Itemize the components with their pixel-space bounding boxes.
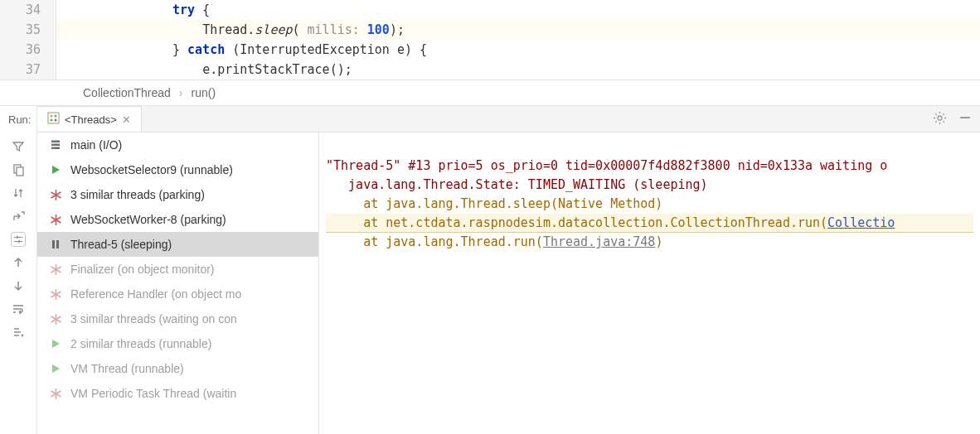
source-link[interactable]: Collectio: [827, 215, 895, 230]
svg-point-19: [54, 268, 56, 270]
thread-item[interactable]: 3 similar threads (parking): [37, 182, 318, 207]
thread-label: VM Periodic Task Thread (waitin: [70, 387, 236, 400]
minimize-icon[interactable]: [958, 111, 972, 127]
thread-label: Thread-5 (sleeping): [70, 238, 172, 251]
svg-point-7: [938, 116, 942, 120]
threads-tab-icon: [47, 112, 60, 127]
thread-item[interactable]: WebSocketWorker-8 (parking): [37, 207, 318, 232]
thread-label: VM Thread (runnable): [70, 362, 184, 375]
svg-point-13: [52, 144, 53, 145]
code-line[interactable]: 35 Thread.sleep( millis: 100);: [0, 20, 980, 40]
thread-list[interactable]: main (I/O)WebsocketSelector9 (runnable)3…: [37, 133, 319, 434]
frozen-icon: [49, 263, 62, 276]
thread-label: main (I/O): [70, 138, 122, 152]
svg-rect-18: [56, 240, 59, 248]
thread-item[interactable]: 2 similar threads (runnable): [37, 331, 318, 356]
svg-point-3: [51, 115, 53, 118]
svg-point-12: [52, 141, 53, 142]
filter-icon[interactable]: [11, 139, 26, 154]
breadcrumb[interactable]: CollectionThread › run(): [0, 80, 980, 106]
frozen-icon: [49, 188, 62, 201]
dump-line: "Thread-5" #13 prio=5 os_prio=0 tid=0x00…: [326, 158, 887, 173]
svg-rect-8: [960, 117, 970, 118]
stacktrace-icon[interactable]: [11, 325, 26, 340]
breadcrumb-class[interactable]: CollectionThread: [83, 86, 171, 99]
svg-rect-2: [48, 113, 59, 123]
running-icon: [49, 337, 62, 350]
thread-item[interactable]: Reference Handler (on object mo: [37, 282, 318, 306]
run-sidebar: Run:: [0, 106, 37, 434]
run-label: Run:: [0, 106, 36, 133]
io-icon: [49, 138, 62, 152]
code-line[interactable]: 36} catch (InterruptedException e) {: [0, 40, 980, 60]
thread-item[interactable]: WebsocketSelector9 (runnable): [37, 157, 318, 182]
code-content: e.printStackTrace();: [56, 60, 352, 80]
thread-label: 3 similar threads (parking): [70, 188, 205, 201]
svg-point-20: [54, 292, 56, 295]
sort-icon[interactable]: [11, 186, 26, 200]
tab-label: <Threads>: [65, 113, 117, 126]
up-arrow-icon[interactable]: [11, 255, 26, 270]
frozen-icon: [49, 312, 62, 326]
thread-label: Reference Handler (on object mo: [70, 287, 241, 301]
thread-label: WebSocketWorker-8 (parking): [70, 213, 226, 226]
svg-point-16: [54, 218, 56, 220]
code-content: try {: [56, 0, 210, 20]
thread-item[interactable]: Thread-5 (sleeping): [37, 232, 318, 257]
frozen-icon: [49, 387, 62, 400]
dump-line: at net.ctdata.raspnodesim.datacollection…: [326, 215, 827, 230]
thread-label: WebsocketSelector9 (runnable): [70, 163, 233, 176]
dump-line: at java.lang.Thread.run(: [326, 234, 543, 249]
gear-icon[interactable]: [933, 111, 947, 128]
thread-item[interactable]: Finalizer (on object monitor): [37, 257, 318, 282]
line-number: 35: [0, 20, 56, 40]
close-icon[interactable]: ✕: [122, 113, 131, 126]
svg-point-22: [54, 392, 56, 394]
thread-item[interactable]: VM Thread (runnable): [37, 356, 318, 381]
sleeping-icon: [49, 238, 62, 251]
run-panel: Run: <Threads> ✕ main (I/O): [0, 106, 980, 434]
line-number: 36: [0, 40, 56, 60]
svg-point-6: [55, 119, 57, 122]
merge-icon[interactable]: [11, 232, 26, 247]
svg-point-14: [52, 147, 53, 148]
run-tabs: <Threads> ✕: [37, 106, 980, 133]
running-icon: [49, 362, 62, 375]
frozen-icon: [49, 287, 62, 301]
line-number: 34: [0, 0, 56, 20]
code-content: Thread.sleep( millis: 100);: [56, 20, 405, 40]
svg-point-21: [54, 317, 56, 320]
export-icon[interactable]: [11, 209, 26, 224]
source-link[interactable]: Thread.java:748: [543, 234, 655, 249]
breadcrumb-separator-icon: ›: [179, 86, 183, 99]
running-icon: [49, 163, 62, 176]
dump-line: at java.lang.Thread.sleep(Native Method): [326, 196, 662, 211]
svg-rect-17: [52, 240, 55, 248]
code-line[interactable]: 37 e.printStackTrace();: [0, 60, 980, 80]
dump-line: java.lang.Thread.State: TIMED_WAITING (s…: [326, 177, 708, 192]
code-editor: 34try {35 Thread.sleep( millis: 100);36}…: [0, 0, 980, 80]
svg-point-5: [51, 119, 53, 122]
thread-item[interactable]: main (I/O): [37, 133, 318, 157]
down-arrow-icon[interactable]: [11, 278, 26, 293]
thread-dump-view[interactable]: "Thread-5" #13 prio=5 os_prio=0 tid=0x00…: [319, 133, 980, 434]
thread-label: 2 similar threads (runnable): [70, 337, 211, 350]
code-content: } catch (InterruptedException e) {: [56, 40, 427, 60]
tab-threads[interactable]: <Threads> ✕: [37, 106, 142, 132]
line-number: 37: [0, 60, 56, 80]
code-line[interactable]: 34try {: [0, 0, 980, 20]
svg-point-15: [54, 193, 56, 195]
svg-point-4: [55, 115, 57, 118]
dump-line: ): [655, 234, 662, 249]
breadcrumb-method[interactable]: run(): [192, 86, 216, 99]
thread-item[interactable]: VM Periodic Task Thread (waitin: [37, 381, 318, 406]
thread-label: 3 similar threads (waiting on con: [70, 312, 237, 326]
wrap-icon[interactable]: [11, 301, 26, 316]
copy-icon[interactable]: [11, 162, 26, 177]
thread-item[interactable]: 3 similar threads (waiting on con: [37, 306, 318, 331]
frozen-icon: [49, 213, 62, 226]
svg-rect-1: [17, 167, 23, 176]
thread-label: Finalizer (on object monitor): [70, 263, 215, 276]
